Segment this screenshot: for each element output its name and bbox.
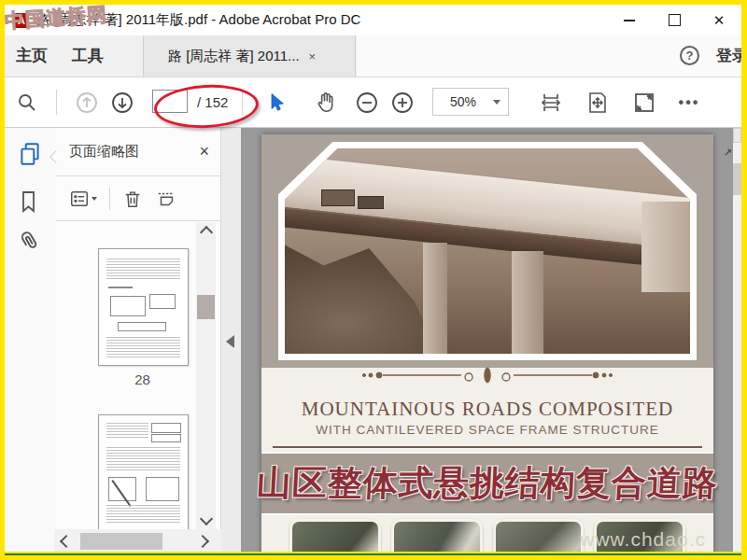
tab-bar: 主页 工具 路 [周志祥 著] 2011... × ? 登录 bbox=[5, 35, 741, 77]
thumbnail-diagram bbox=[110, 296, 146, 316]
cover-title-band: 山区整体式悬挑结构复合道路 bbox=[261, 452, 713, 515]
full-screen-button[interactable] bbox=[630, 77, 658, 127]
collapse-panel-icon[interactable] bbox=[226, 335, 234, 348]
panel-header: 页面缩略图 × bbox=[56, 128, 220, 176]
arrow-up-icon bbox=[75, 91, 99, 115]
thumbnail-options-button[interactable] bbox=[69, 189, 97, 209]
close-button[interactable]: ✕ bbox=[697, 5, 741, 35]
bookmarks-rail-button[interactable] bbox=[17, 189, 39, 214]
thumbnail-page-28[interactable] bbox=[98, 248, 189, 366]
fit-width-button[interactable] bbox=[537, 77, 565, 127]
help-button[interactable]: ? bbox=[680, 46, 699, 65]
bottom-green-line bbox=[5, 553, 741, 555]
document-vertical-scrollbar[interactable] bbox=[733, 128, 741, 552]
scroll-right-icon[interactable] bbox=[196, 535, 209, 548]
road-photo bbox=[493, 519, 585, 552]
thumbnail-list: 28 bbox=[56, 222, 195, 529]
scrollbar-button[interactable] bbox=[733, 128, 741, 143]
thumbnail-diagram bbox=[146, 477, 179, 501]
hand-tool-button[interactable] bbox=[313, 77, 339, 127]
thumbnail-text-lines bbox=[106, 337, 180, 357]
window-title: 路 [周志祥 著] 2011年版.pdf - Adobe Acrobat Pro… bbox=[36, 11, 360, 29]
panel-vertical-scrollbar[interactable] bbox=[196, 222, 216, 529]
document-tab-label: 路 [周志祥 著] 2011... bbox=[168, 48, 300, 65]
minimize-button[interactable] bbox=[607, 5, 652, 35]
navigation-rail bbox=[5, 128, 57, 552]
panel-collapse-strip[interactable] bbox=[221, 128, 241, 552]
page-thumbnails-panel: 页面缩略图 × bbox=[56, 128, 221, 552]
fullscreen-icon bbox=[632, 91, 656, 115]
attachments-rail-button[interactable] bbox=[17, 229, 41, 255]
window-controls: ✕ bbox=[607, 5, 741, 35]
page-boxes-icon bbox=[155, 189, 177, 209]
scroll-left-icon[interactable] bbox=[60, 535, 73, 548]
acrobat-window: A 路 [周志祥 著] 2011年版.pdf - Adobe Acrobat P… bbox=[5, 5, 741, 552]
document-scrollbar-thumb[interactable] bbox=[733, 163, 741, 195]
thumbnail-diagram bbox=[149, 294, 176, 309]
scroll-down-icon[interactable] bbox=[200, 512, 213, 525]
previous-page-button[interactable] bbox=[75, 77, 99, 127]
minimize-icon bbox=[624, 20, 635, 21]
hand-icon bbox=[314, 91, 338, 115]
zoom-level-dropdown[interactable]: 50% bbox=[432, 88, 509, 116]
decor bbox=[423, 243, 447, 354]
minus-circle-icon bbox=[355, 91, 379, 115]
thumbnail-page-29[interactable] bbox=[98, 414, 189, 529]
maximize-icon bbox=[669, 14, 681, 26]
site-url-watermark: www.chdao.c bbox=[580, 528, 706, 551]
panel-hscrollbar-thumb[interactable] bbox=[80, 533, 162, 550]
scroll-up-icon[interactable] bbox=[200, 226, 213, 239]
thumbnail-diagram bbox=[118, 322, 166, 331]
select-tool-button[interactable] bbox=[264, 77, 289, 127]
page-thumbnails-icon bbox=[17, 141, 43, 167]
plus-circle-icon bbox=[390, 91, 415, 115]
tab-home[interactable]: 主页 bbox=[16, 35, 48, 77]
pdf-page-cover: MOUNTAINOUS ROADS COMPOSITED WITH CANTIL… bbox=[261, 134, 713, 552]
title-bar: A 路 [周志祥 著] 2011年版.pdf - Adobe Acrobat P… bbox=[5, 5, 741, 35]
page-thumbnails-rail-button[interactable] bbox=[17, 141, 43, 167]
options-list-icon bbox=[69, 189, 90, 209]
thumbnail-text-lines bbox=[106, 447, 180, 471]
thumbnail-page-label: 28 bbox=[98, 371, 187, 387]
trash-icon bbox=[122, 189, 143, 209]
cursor-arrow-icon bbox=[265, 91, 288, 114]
document-tab-close-icon[interactable]: × bbox=[309, 49, 317, 63]
panel-toolbar bbox=[56, 176, 220, 221]
window-frame: A 路 [周志祥 著] 2011年版.pdf - Adobe Acrobat P… bbox=[0, 0, 747, 560]
decor bbox=[273, 446, 702, 448]
decor bbox=[321, 189, 355, 206]
document-tab[interactable]: 路 [周志祥 著] 2011... × bbox=[143, 35, 356, 77]
tab-tools[interactable]: 工具 bbox=[72, 35, 104, 77]
delete-pages-button[interactable] bbox=[122, 189, 143, 209]
panel-scrollbar-thumb[interactable] bbox=[197, 295, 215, 319]
thumbnail-diagram bbox=[108, 477, 136, 501]
document-view[interactable]: MOUNTAINOUS ROADS COMPOSITED WITH CANTIL… bbox=[241, 128, 741, 552]
decor bbox=[108, 287, 133, 288]
bridge-photo bbox=[285, 148, 690, 354]
decor bbox=[358, 196, 384, 209]
zoom-in-button[interactable] bbox=[390, 77, 415, 127]
chevron-down-icon bbox=[493, 100, 500, 105]
mouse-cursor: ↗ bbox=[724, 147, 732, 159]
panel-close-button[interactable]: × bbox=[199, 142, 209, 161]
fit-page-button[interactable] bbox=[584, 77, 612, 127]
sign-in-button[interactable]: 登录 bbox=[716, 35, 741, 77]
next-page-button[interactable] bbox=[110, 77, 134, 127]
crop-pages-button[interactable] bbox=[155, 189, 177, 209]
cover-title-english: MOUNTAINOUS ROADS COMPOSITED bbox=[261, 398, 713, 421]
thumbnail-text-lines bbox=[106, 505, 180, 524]
search-icon bbox=[16, 91, 38, 114]
paperclip-icon bbox=[17, 229, 41, 255]
app-body: 页面缩略图 × bbox=[5, 128, 741, 552]
panel-horizontal-scrollbar[interactable] bbox=[54, 529, 221, 552]
decor bbox=[512, 251, 543, 354]
panel-title: 页面缩略图 bbox=[69, 143, 199, 161]
decor bbox=[112, 480, 132, 507]
close-icon: ✕ bbox=[713, 12, 726, 29]
ornament-divider bbox=[261, 366, 713, 385]
zoom-out-button[interactable] bbox=[355, 77, 379, 127]
maximize-button[interactable] bbox=[652, 5, 697, 35]
thumbnail-text-lines bbox=[106, 259, 180, 281]
search-button[interactable] bbox=[15, 77, 39, 127]
more-tools-button[interactable]: ••• bbox=[675, 77, 703, 127]
